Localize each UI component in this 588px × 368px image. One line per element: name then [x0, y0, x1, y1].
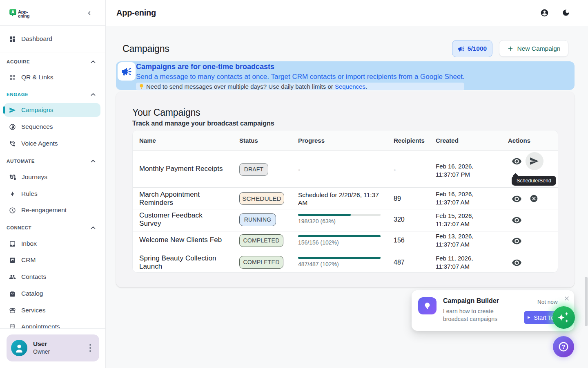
svg-text:?: ? [561, 343, 565, 350]
svg-text:A: A [11, 9, 15, 14]
